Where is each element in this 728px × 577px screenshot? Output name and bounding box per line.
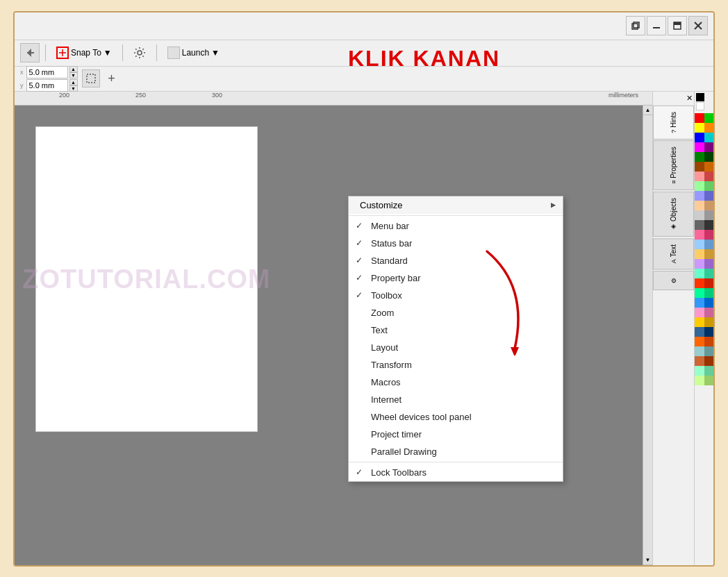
menu-item-menubar[interactable]: Menu bar: [349, 217, 563, 235]
swatch-navy-light[interactable]: [695, 327, 704, 337]
menu-item-customize[interactable]: Customize ▶: [349, 196, 563, 214]
tab-objects[interactable]: ◈ Objects: [653, 192, 694, 237]
swatch-rose[interactable]: [695, 308, 704, 317]
settings-button[interactable]: [129, 44, 151, 62]
swatch-green[interactable]: [704, 113, 714, 123]
swatch-tan2[interactable]: [704, 201, 714, 210]
menu-item-toolbox[interactable]: Toolbox: [349, 287, 563, 304]
swatch-tan[interactable]: [704, 162, 714, 172]
swatch-pink[interactable]: [695, 230, 704, 240]
tab-extra[interactable]: ⚙: [653, 271, 694, 290]
swatch-violet[interactable]: [704, 259, 714, 269]
x-down-arrow[interactable]: ▼: [69, 72, 78, 78]
snap-to-button[interactable]: Snap To ▼: [51, 44, 117, 62]
swatch-yellow[interactable]: [695, 123, 704, 133]
swatch-spring-green[interactable]: [695, 288, 704, 298]
swatch-darker-gray[interactable]: [704, 220, 714, 230]
menu-item-lock-toolbars[interactable]: Lock Toolbars: [349, 464, 563, 481]
menu-item-text[interactable]: Text: [349, 321, 563, 339]
minimize-button[interactable]: [647, 16, 666, 35]
y-value-field[interactable]: [26, 79, 68, 92]
menu-item-macros[interactable]: Macros: [349, 374, 563, 391]
launch-button[interactable]: Launch ▼: [163, 44, 224, 62]
swatch-navy[interactable]: [704, 327, 714, 337]
swatch-dodger-blue[interactable]: [695, 298, 704, 308]
swatch-dark-pink[interactable]: [704, 230, 714, 240]
back-button[interactable]: [20, 43, 40, 62]
swatch-mint[interactable]: [695, 269, 704, 278]
swatch-burnt-orange[interactable]: [704, 337, 714, 346]
add-button[interactable]: +: [104, 71, 119, 86]
swatch-med-green[interactable]: [704, 181, 714, 191]
menu-item-transform[interactable]: Transform: [349, 356, 563, 374]
swatch-sky-blue[interactable]: [695, 240, 704, 249]
swatch-bright-red[interactable]: [695, 278, 704, 288]
swatch-lime[interactable]: [695, 376, 704, 385]
menu-item-wheel-devices[interactable]: Wheel devices tool panel: [349, 408, 563, 426]
swatch-gold[interactable]: [695, 249, 704, 259]
x-up-arrow[interactable]: ▲: [69, 66, 78, 72]
scroll-up-arrow[interactable]: ▲: [643, 106, 653, 115]
swatch-red[interactable]: [695, 113, 704, 123]
menu-item-statusbar[interactable]: Status bar: [349, 235, 563, 252]
swatch-purple[interactable]: [704, 142, 714, 152]
swatch-lavender[interactable]: [695, 259, 704, 269]
swatch-dark-gold[interactable]: [704, 249, 714, 259]
swatch-light-green[interactable]: [695, 181, 704, 191]
swatch-dark-amber[interactable]: [704, 317, 714, 327]
swatch-steel-blue[interactable]: [704, 240, 714, 249]
swatch-slate[interactable]: [704, 346, 714, 356]
restore-button[interactable]: [626, 16, 645, 35]
swatch-amber[interactable]: [695, 317, 704, 327]
swatch-cadet[interactable]: [695, 346, 704, 356]
menu-item-internet[interactable]: Internet: [349, 391, 563, 408]
menu-item-parallel-drawing[interactable]: Parallel Drawing: [349, 443, 563, 460]
swatch-med-red[interactable]: [704, 172, 714, 181]
swatch-gray[interactable]: [704, 210, 714, 220]
tab-text[interactable]: A Text: [653, 238, 694, 269]
swatch-dark-red[interactable]: [704, 278, 714, 288]
swatch-brown[interactable]: [695, 162, 704, 172]
swatch-cyan[interactable]: [704, 133, 714, 142]
menu-item-layout[interactable]: Layout: [349, 339, 563, 356]
swatch-med-blue[interactable]: [704, 191, 714, 201]
scroll-down-arrow[interactable]: ▼: [643, 555, 653, 565]
swatch-yellow-green[interactable]: [704, 376, 714, 385]
tab-hints[interactable]: ? Hints: [653, 106, 694, 140]
panel-close-button[interactable]: ✕: [653, 92, 694, 106]
swatch-rust[interactable]: [704, 356, 714, 366]
swatch-black[interactable]: [696, 93, 704, 101]
swatch-dark-green[interactable]: [695, 152, 704, 162]
swatch-mauve[interactable]: [704, 308, 714, 317]
swatch-white[interactable]: [696, 102, 704, 110]
menu-item-project-timer[interactable]: Project timer: [349, 426, 563, 443]
swatch-royal-blue[interactable]: [704, 298, 714, 308]
swatch-light-gray[interactable]: [695, 210, 704, 220]
swatch-teal[interactable]: [704, 269, 714, 278]
swatch-sea-green[interactable]: [704, 288, 714, 298]
swatch-peach[interactable]: [695, 201, 704, 210]
y-down-arrow[interactable]: ▼: [69, 85, 78, 92]
swatch-sienna[interactable]: [695, 356, 704, 366]
swatch-darker-green[interactable]: [704, 152, 714, 162]
tab-properties[interactable]: ≡ Properties: [653, 140, 694, 190]
swatch-light-red[interactable]: [695, 172, 704, 181]
x-value-field[interactable]: [26, 66, 68, 78]
swatch-tangerine[interactable]: [695, 337, 704, 346]
layout-label: Layout: [371, 342, 398, 353]
swatch-light-blue[interactable]: [695, 191, 704, 201]
maximize-button[interactable]: [668, 16, 687, 35]
swatch-aquamarine[interactable]: [695, 366, 704, 376]
select-all-button[interactable]: [82, 69, 100, 87]
swatch-orange[interactable]: [704, 123, 714, 133]
swatch-dark-gray[interactable]: [695, 220, 704, 230]
menu-item-zoom[interactable]: Zoom: [349, 304, 563, 321]
close-button[interactable]: [688, 16, 708, 35]
swatch-blue[interactable]: [695, 133, 704, 142]
y-up-arrow[interactable]: ▲: [69, 79, 78, 85]
swatch-magenta[interactable]: [695, 142, 704, 152]
menu-item-propertybar[interactable]: Property bar: [349, 269, 563, 287]
swatch-medium-aquamarine[interactable]: [704, 366, 714, 376]
menu-item-standard[interactable]: Standard: [349, 252, 563, 269]
vertical-scrollbar[interactable]: ▲ ▼: [643, 106, 652, 565]
